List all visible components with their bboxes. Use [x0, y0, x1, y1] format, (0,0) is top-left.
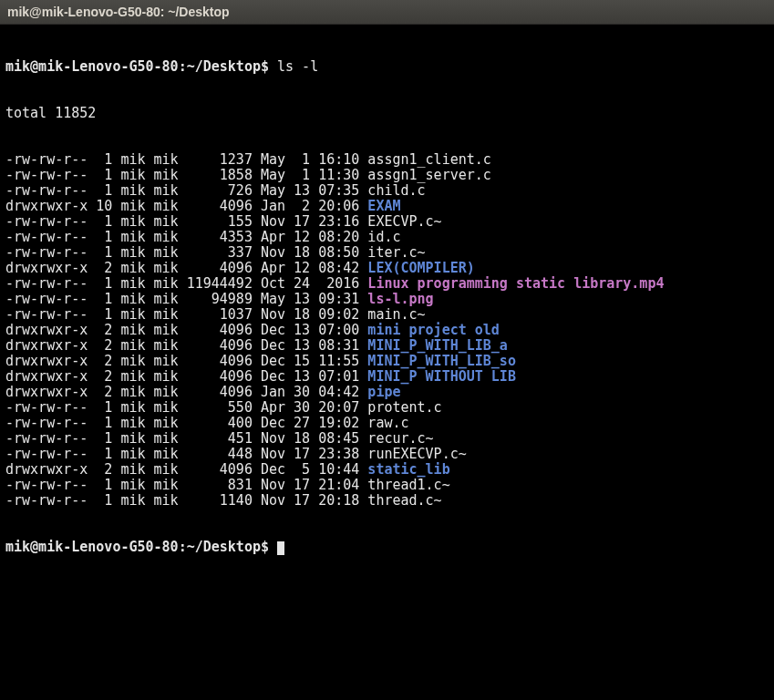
file-meta: -rw-rw-r-- 1 mik mik 1140 Nov 17 20:18: [5, 492, 367, 509]
file-name: thread.c~: [367, 492, 441, 509]
file-name: static_lib: [367, 461, 449, 478]
file-row: -rw-rw-r-- 1 mik mik 451 Nov 18 08:45 re…: [5, 431, 769, 447]
file-meta: drwxrwxr-x 2 mik mik 4096 Dec 13 07:01: [5, 368, 367, 385]
file-row: drwxrwxr-x 2 mik mik 4096 Dec 15 11:55 M…: [5, 354, 769, 369]
file-name: assgn1_server.c: [367, 167, 490, 183]
terminal-window: { "title": "mik@mik-Lenovo-G50-80: ~/Des…: [0, 0, 774, 700]
file-name: main.c~: [367, 306, 425, 323]
file-row: -rw-rw-r-- 1 mik mik 11944492 Oct 24 201…: [5, 276, 769, 292]
file-name: EXECVP.c~: [367, 213, 441, 230]
file-meta: drwxrwxr-x 2 mik mik 4096 Dec 5 10:44: [5, 461, 367, 478]
file-meta: -rw-rw-r-- 1 mik mik 1237 May 1 16:10: [5, 151, 367, 168]
file-meta: drwxrwxr-x 2 mik mik 4096 Apr 12 08:42: [5, 260, 367, 276]
file-row: drwxrwxr-x 2 mik mik 4096 Dec 13 07:01 M…: [5, 369, 769, 385]
file-row: drwxrwxr-x 2 mik mik 4096 Dec 13 08:31 M…: [5, 338, 769, 354]
file-row: drwxrwxr-x 2 mik mik 4096 Jan 30 04:42 p…: [5, 385, 769, 400]
file-meta: -rw-rw-r-- 1 mik mik 4353 Apr 12 08:20: [5, 229, 367, 245]
file-row: -rw-rw-r-- 1 mik mik 400 Dec 27 19:02 ra…: [5, 416, 769, 431]
file-name: raw.c: [367, 415, 408, 431]
file-meta: -rw-rw-r-- 1 mik mik 1858 May 1 11:30: [5, 167, 367, 183]
file-meta: -rw-rw-r-- 1 mik mik 11944492 Oct 24 201…: [5, 275, 367, 292]
total-line: total 11852: [5, 106, 769, 121]
file-listing: -rw-rw-r-- 1 mik mik 1237 May 1 16:10 as…: [5, 152, 769, 509]
file-name: MINI_P WITHOUT LIB: [367, 368, 516, 385]
file-name: id.c: [367, 229, 400, 245]
file-row: -rw-rw-r-- 1 mik mik 337 Nov 18 08:50 it…: [5, 245, 769, 261]
file-row: drwxrwxr-x 2 mik mik 4096 Apr 12 08:42 L…: [5, 261, 769, 276]
prompt-line: mik@mik-Lenovo-G50-80:~/Desktop$: [5, 540, 769, 555]
file-meta: drwxrwxr-x 2 mik mik 4096 Jan 30 04:42: [5, 384, 367, 400]
file-name: pipe: [367, 384, 400, 400]
file-row: drwxrwxr-x 2 mik mik 4096 Dec 5 10:44 st…: [5, 462, 769, 478]
file-name: MINI_P_WITH_LIB_so: [367, 353, 516, 369]
file-row: -rw-rw-r-- 1 mik mik 1237 May 1 16:10 as…: [5, 152, 769, 168]
file-name: Linux programming static library.mp4: [367, 275, 664, 292]
file-name: ls-l.png: [367, 291, 433, 307]
file-name: assgn1_client.c: [367, 151, 490, 168]
file-meta: -rw-rw-r-- 1 mik mik 400 Dec 27 19:02: [5, 415, 367, 431]
window-titlebar: mik@mik-Lenovo-G50-80: ~/Desktop: [0, 0, 774, 25]
file-meta: -rw-rw-r-- 1 mik mik 1037 Nov 18 09:02: [5, 306, 367, 323]
file-meta: -rw-rw-r-- 1 mik mik 155 Nov 17 23:16: [5, 213, 367, 230]
file-name: child.c: [367, 182, 425, 199]
command-line: mik@mik-Lenovo-G50-80:~/Desktop$ ls -l: [5, 59, 769, 75]
file-name: thread1.c~: [367, 477, 449, 493]
file-row: -rw-rw-r-- 1 mik mik 1858 May 1 11:30 as…: [5, 168, 769, 183]
file-name: recur.c~: [367, 430, 433, 447]
file-row: drwxrwxr-x 2 mik mik 4096 Dec 13 07:00 m…: [5, 323, 769, 338]
file-name: MINI_P_WITH_LIB_a: [367, 337, 508, 354]
file-row: -rw-rw-r-- 1 mik mik 726 May 13 07:35 ch…: [5, 183, 769, 199]
file-row: drwxrwxr-x 10 mik mik 4096 Jan 2 20:06 E…: [5, 199, 769, 214]
file-meta: -rw-rw-r-- 1 mik mik 337 Nov 18 08:50: [5, 244, 367, 261]
window-title: mik@mik-Lenovo-G50-80: ~/Desktop: [7, 5, 230, 20]
file-name: runEXECVP.c~: [367, 446, 466, 462]
file-row: -rw-rw-r-- 1 mik mik 155 Nov 17 23:16 EX…: [5, 214, 769, 230]
file-meta: -rw-rw-r-- 1 mik mik 831 Nov 17 21:04: [5, 477, 367, 493]
file-meta: drwxrwxr-x 10 mik mik 4096 Jan 2 20:06: [5, 198, 367, 214]
prompt: mik@mik-Lenovo-G50-80:~/Desktop$: [5, 539, 269, 555]
file-row: -rw-rw-r-- 1 mik mik 1140 Nov 17 20:18 t…: [5, 493, 769, 509]
file-row: -rw-rw-r-- 1 mik mik 550 Apr 30 20:07 pr…: [5, 400, 769, 416]
file-meta: -rw-rw-r-- 1 mik mik 550 Apr 30 20:07: [5, 399, 367, 416]
file-meta: -rw-rw-r-- 1 mik mik 448 Nov 17 23:38: [5, 446, 367, 462]
prompt: mik@mik-Lenovo-G50-80:~/Desktop$: [5, 58, 269, 75]
file-meta: drwxrwxr-x 2 mik mik 4096 Dec 15 11:55: [5, 353, 367, 369]
file-meta: drwxrwxr-x 2 mik mik 4096 Dec 13 07:00: [5, 322, 367, 338]
file-row: -rw-rw-r-- 1 mik mik 831 Nov 17 21:04 th…: [5, 478, 769, 493]
file-meta: drwxrwxr-x 2 mik mik 4096 Dec 13 08:31: [5, 337, 367, 354]
file-meta: -rw-rw-r-- 1 mik mik 451 Nov 18 08:45: [5, 430, 367, 447]
file-row: -rw-rw-r-- 1 mik mik 1037 Nov 18 09:02 m…: [5, 307, 769, 323]
cursor-block: [277, 541, 284, 555]
file-name: protent.c: [367, 399, 441, 416]
file-meta: -rw-rw-r-- 1 mik mik 726 May 13 07:35: [5, 182, 367, 199]
file-row: -rw-rw-r-- 1 mik mik 94989 May 13 09:31 …: [5, 292, 769, 307]
file-row: -rw-rw-r-- 1 mik mik 448 Nov 17 23:38 ru…: [5, 447, 769, 462]
file-meta: -rw-rw-r-- 1 mik mik 94989 May 13 09:31: [5, 291, 367, 307]
file-name: mini project old: [367, 322, 500, 338]
terminal-body[interactable]: mik@mik-Lenovo-G50-80:~/Desktop$ ls -l t…: [0, 25, 774, 590]
file-row: -rw-rw-r-- 1 mik mik 4353 Apr 12 08:20 i…: [5, 230, 769, 245]
file-name: EXAM: [367, 198, 400, 214]
file-name: iter.c~: [367, 244, 425, 261]
command-text: ls -l: [277, 58, 318, 75]
file-name: LEX(COMPILER): [367, 260, 474, 276]
